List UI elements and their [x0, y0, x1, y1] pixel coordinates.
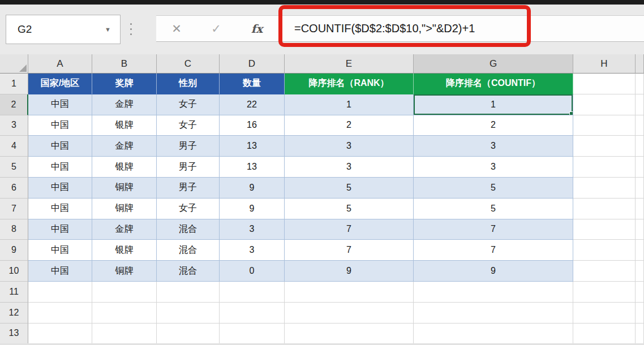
- cell-C7[interactable]: 女子: [157, 199, 220, 219]
- formula-text[interactable]: =COUNTIF($D$2:$D$10,">"&D2)+1: [294, 16, 475, 41]
- cell-G8[interactable]: 7: [414, 219, 573, 240]
- row-header-3[interactable]: 3: [0, 115, 28, 136]
- cell-C12[interactable]: [157, 303, 220, 324]
- row-header-9[interactable]: 9: [0, 240, 28, 261]
- column-header-E[interactable]: E: [285, 54, 414, 74]
- name-box-dropdown-icon[interactable]: ▼: [105, 26, 120, 33]
- cell-A11[interactable]: [28, 282, 92, 303]
- cell-H7[interactable]: [573, 199, 636, 219]
- cell-A2[interactable]: 中国: [28, 94, 92, 115]
- cell-G12[interactable]: [414, 303, 573, 324]
- cell-C6[interactable]: 男子: [157, 178, 220, 199]
- cell-D2[interactable]: 22: [220, 94, 285, 115]
- cell-E10[interactable]: 9: [285, 261, 414, 282]
- row-header-13[interactable]: 13: [0, 324, 28, 344]
- cell-G10[interactable]: 9: [414, 261, 573, 282]
- cell-A10[interactable]: 中国: [28, 261, 92, 282]
- cell-G1[interactable]: 降序排名（COUNTIF）: [414, 74, 573, 94]
- cell-G7[interactable]: 5: [414, 199, 573, 219]
- fill-handle[interactable]: [569, 111, 573, 115]
- cell-D11[interactable]: [220, 282, 285, 303]
- cell-H4[interactable]: [573, 136, 636, 157]
- cancel-icon[interactable]: ✕: [166, 16, 187, 41]
- cell-A7[interactable]: 中国: [28, 199, 92, 219]
- cell-D5[interactable]: 13: [220, 157, 285, 178]
- cell-B10[interactable]: 铜牌: [92, 261, 157, 282]
- cell-G4[interactable]: 3: [414, 136, 573, 157]
- cell-D3[interactable]: 16: [220, 115, 285, 136]
- cell-B2[interactable]: 金牌: [92, 94, 157, 115]
- cell-H9[interactable]: [573, 240, 636, 261]
- cell-E2[interactable]: 1: [285, 94, 414, 115]
- cell-C8[interactable]: 混合: [157, 219, 220, 240]
- cell-G13[interactable]: [414, 324, 573, 344]
- cell-D9[interactable]: 3: [220, 240, 285, 261]
- cell-C5[interactable]: 男子: [157, 157, 220, 178]
- cell-A13[interactable]: [28, 324, 92, 344]
- row-header-1[interactable]: 1: [0, 74, 28, 94]
- cell-D7[interactable]: 9: [220, 199, 285, 219]
- cell-G3[interactable]: 2: [414, 115, 573, 136]
- cell-G11[interactable]: [414, 282, 573, 303]
- cell-C9[interactable]: 混合: [157, 240, 220, 261]
- cell-C3[interactable]: 女子: [157, 115, 220, 136]
- cell-G9[interactable]: 7: [414, 240, 573, 261]
- row-header-6[interactable]: 6: [0, 178, 28, 199]
- cell-A9[interactable]: 中国: [28, 240, 92, 261]
- cell-H8[interactable]: [573, 219, 636, 240]
- cell-B6[interactable]: 铜牌: [92, 178, 157, 199]
- column-header-D[interactable]: D: [220, 54, 285, 74]
- cell-B13[interactable]: [92, 324, 157, 344]
- cell-B12[interactable]: [92, 303, 157, 324]
- column-header-H[interactable]: H: [573, 54, 636, 74]
- cell-E13[interactable]: [285, 324, 414, 344]
- cell-B4[interactable]: 金牌: [92, 136, 157, 157]
- insert-function-icon[interactable]: fx: [247, 16, 267, 41]
- cell-B1[interactable]: 奖牌: [92, 74, 157, 94]
- column-header-C[interactable]: C: [157, 54, 220, 74]
- cell-C10[interactable]: 混合: [157, 261, 220, 282]
- cell-A6[interactable]: 中国: [28, 178, 92, 199]
- cell-H6[interactable]: [573, 178, 636, 199]
- cell-H1[interactable]: [573, 74, 636, 94]
- row-header-12[interactable]: 12: [0, 303, 28, 324]
- cell-C1[interactable]: 性别: [157, 74, 220, 94]
- cell-B11[interactable]: [92, 282, 157, 303]
- formula-bar[interactable]: ✕ ✓ fx =COUNTIF($D$2:$D$10,">"&D2)+1: [156, 15, 644, 42]
- cell-H13[interactable]: [573, 324, 636, 344]
- cell-H2[interactable]: [573, 94, 636, 115]
- cell-H3[interactable]: [573, 115, 636, 136]
- cell-B9[interactable]: 银牌: [92, 240, 157, 261]
- cell-H5[interactable]: [573, 157, 636, 178]
- column-header-A[interactable]: A: [28, 54, 92, 74]
- cell-C4[interactable]: 男子: [157, 136, 220, 157]
- cell-C13[interactable]: [157, 324, 220, 344]
- cell-E7[interactable]: 5: [285, 199, 414, 219]
- column-header-G[interactable]: G: [414, 54, 573, 74]
- row-header-8[interactable]: 8: [0, 219, 28, 240]
- cell-A3[interactable]: 中国: [28, 115, 92, 136]
- cell-E3[interactable]: 2: [285, 115, 414, 136]
- cell-D6[interactable]: 9: [220, 178, 285, 199]
- row-header-7[interactable]: 7: [0, 199, 28, 219]
- cell-D1[interactable]: 数量: [220, 74, 285, 94]
- cell-D10[interactable]: 0: [220, 261, 285, 282]
- cell-D13[interactable]: [220, 324, 285, 344]
- column-header-B[interactable]: B: [92, 54, 157, 74]
- cell-H11[interactable]: [573, 282, 636, 303]
- cell-D4[interactable]: 13: [220, 136, 285, 157]
- cell-G6[interactable]: 5: [414, 178, 573, 199]
- cell-B3[interactable]: 银牌: [92, 115, 157, 136]
- row-header-10[interactable]: 10: [0, 261, 28, 282]
- row-header-4[interactable]: 4: [0, 136, 28, 157]
- cell-E8[interactable]: 7: [285, 219, 414, 240]
- select-all-corner[interactable]: [0, 54, 28, 74]
- cell-E5[interactable]: 3: [285, 157, 414, 178]
- cell-B5[interactable]: 银牌: [92, 157, 157, 178]
- cell-D12[interactable]: [220, 303, 285, 324]
- cell-B8[interactable]: 金牌: [92, 219, 157, 240]
- cell-E6[interactable]: 5: [285, 178, 414, 199]
- cell-A5[interactable]: 中国: [28, 157, 92, 178]
- cell-E9[interactable]: 7: [285, 240, 414, 261]
- cell-A4[interactable]: 中国: [28, 136, 92, 157]
